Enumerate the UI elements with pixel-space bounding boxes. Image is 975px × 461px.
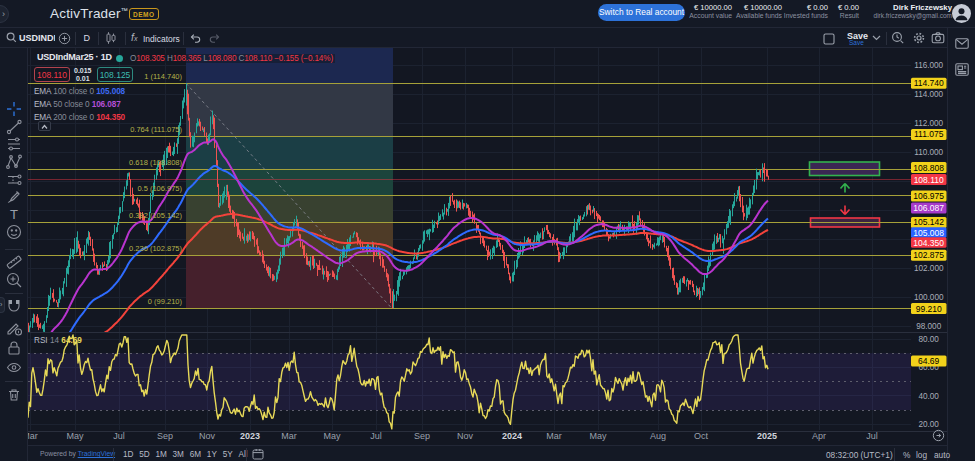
svg-text:May: May (589, 431, 607, 441)
svg-text:Jul: Jul (370, 431, 382, 441)
svg-text:104.350: 104.350 (913, 238, 944, 248)
svg-text:80.00: 80.00 (918, 335, 939, 344)
svg-text:May: May (66, 431, 84, 441)
svg-text:116.000: 116.000 (914, 61, 943, 70)
svg-text:106.087: 106.087 (913, 203, 944, 213)
svg-text:114.000: 114.000 (914, 90, 943, 99)
svg-text:Sep: Sep (414, 431, 430, 441)
svg-text:Sep: Sep (157, 431, 173, 441)
svg-text:105.142: 105.142 (913, 217, 944, 227)
svg-text:Jul: Jul (113, 431, 125, 441)
svg-text:2025: 2025 (757, 431, 777, 441)
svg-text:Nov: Nov (457, 431, 474, 441)
svg-text:108.808: 108.808 (913, 163, 944, 173)
svg-text:Oct: Oct (694, 431, 709, 441)
svg-text:T: T (10, 207, 18, 222)
svg-text:112.000: 112.000 (914, 119, 943, 128)
svg-text:108.110: 108.110 (914, 175, 944, 185)
svg-text:Jul: Jul (866, 431, 878, 441)
svg-text:20.00: 20.00 (918, 420, 939, 429)
svg-text:99.210: 99.210 (916, 304, 942, 314)
svg-text:110.000: 110.000 (914, 148, 943, 157)
svg-text:102.000: 102.000 (914, 264, 944, 273)
svg-text:111.075: 111.075 (914, 129, 944, 139)
svg-text:Apr: Apr (812, 431, 826, 441)
svg-text:100.000: 100.000 (914, 293, 944, 302)
svg-text:105.008: 105.008 (913, 228, 944, 238)
svg-text:40.00: 40.00 (918, 392, 939, 401)
svg-text:102.875: 102.875 (913, 250, 944, 260)
svg-text:114.740: 114.740 (914, 78, 944, 88)
svg-text:Aug: Aug (650, 431, 666, 441)
svg-text:106.975: 106.975 (913, 191, 944, 201)
svg-text:98.000: 98.000 (916, 322, 941, 331)
svg-text:Nov: Nov (199, 431, 216, 441)
svg-text:Mar: Mar (281, 431, 297, 441)
svg-text:Mar: Mar (28, 431, 38, 441)
svg-text:2023: 2023 (240, 431, 260, 441)
svg-text:2024: 2024 (502, 431, 522, 441)
svg-text:Mar: Mar (546, 431, 562, 441)
svg-text:64.69: 64.69 (918, 356, 940, 366)
svg-text:May: May (323, 431, 341, 441)
